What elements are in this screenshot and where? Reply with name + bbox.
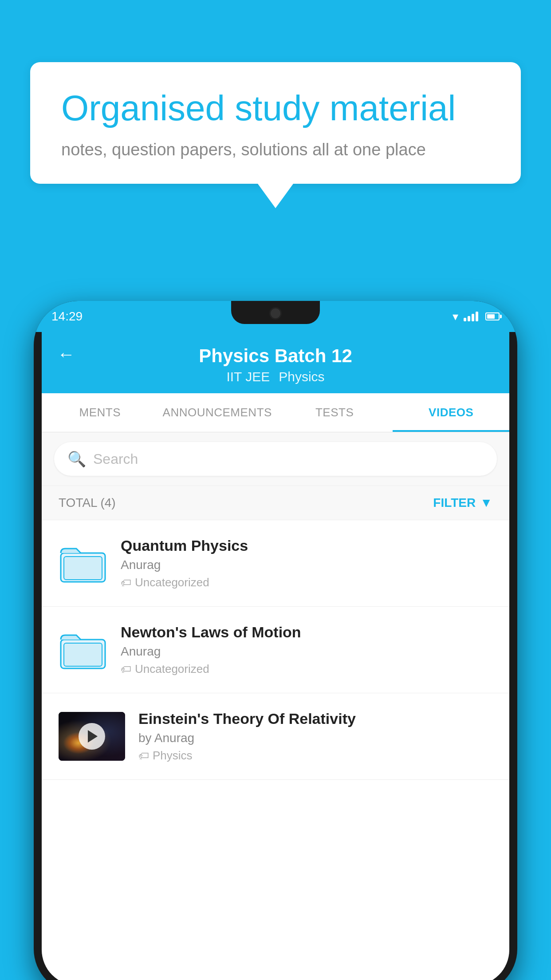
tag-icon: 🏷 [121, 663, 131, 676]
signal-bar-2 [468, 316, 470, 321]
folder-icon [59, 630, 107, 670]
status-time: 14:29 [51, 309, 83, 324]
folder-icon [59, 543, 107, 583]
tag-icon: 🏷 [138, 750, 149, 762]
svg-rect-3 [64, 643, 102, 666]
battery-icon [485, 312, 500, 320]
back-button[interactable]: ← [57, 344, 75, 364]
signal-bar-3 [472, 314, 474, 321]
header-title: Physics Batch 12 [199, 345, 352, 367]
search-input-wrapper[interactable]: 🔍 Search [54, 442, 497, 476]
header-tags: IIT JEE Physics [226, 369, 324, 384]
video-author: Anurag [121, 644, 492, 659]
speech-bubble: Organised study material notes, question… [30, 62, 521, 184]
video-list: Quantum Physics Anurag 🏷 Uncategorized N… [42, 520, 509, 780]
play-button[interactable] [79, 723, 105, 750]
phone-screen: ← Physics Batch 12 IIT JEE Physics MENTS… [42, 332, 509, 980]
signal-bar-4 [476, 312, 478, 321]
video-title: Quantum Physics [121, 537, 492, 554]
tab-videos[interactable]: VIDEOS [393, 393, 509, 432]
filter-button[interactable]: FILTER ▼ [433, 496, 492, 510]
header-tag-physics: Physics [279, 369, 324, 384]
phone-notch [231, 301, 320, 324]
tag-label: Uncategorized [135, 576, 209, 589]
video-author: by Anurag [138, 731, 492, 745]
filter-funnel-icon: ▼ [480, 496, 492, 510]
filter-label: FILTER [433, 496, 476, 510]
bubble-subtitle: notes, question papers, solutions all at… [61, 140, 490, 159]
list-item[interactable]: Einstein's Theory Of Relativity by Anura… [42, 693, 509, 780]
app-header: ← Physics Batch 12 IIT JEE Physics [42, 332, 509, 393]
bubble-arrow [258, 184, 293, 208]
wifi-icon: ▾ [453, 310, 458, 324]
video-info: Einstein's Theory Of Relativity by Anura… [138, 710, 492, 763]
video-author: Anurag [121, 558, 492, 572]
total-label: TOTAL (4) [59, 496, 116, 510]
search-container: 🔍 Search [42, 432, 509, 486]
tag-label: Uncategorized [135, 662, 209, 676]
tab-tests[interactable]: TESTS [276, 393, 393, 432]
signal-bars-icon [464, 312, 478, 321]
play-triangle-icon [88, 730, 98, 743]
search-icon: 🔍 [67, 450, 86, 468]
status-icons: ▾ [453, 310, 500, 324]
phone-frame: 14:29 ▾ ← Physics Batch 12 IIT JEE [34, 301, 517, 980]
speech-bubble-wrapper: Organised study material notes, question… [30, 62, 521, 208]
tab-ments[interactable]: MENTS [42, 393, 158, 432]
search-placeholder: Search [93, 451, 138, 467]
list-item[interactable]: Quantum Physics Anurag 🏷 Uncategorized [42, 520, 509, 607]
video-tag: 🏷 Uncategorized [121, 662, 492, 676]
video-tag: 🏷 Uncategorized [121, 576, 492, 589]
video-title: Newton's Laws of Motion [121, 624, 492, 641]
bubble-title: Organised study material [61, 89, 490, 128]
tag-label: Physics [153, 749, 193, 763]
video-tag: 🏷 Physics [138, 749, 492, 763]
video-title: Einstein's Theory Of Relativity [138, 710, 492, 727]
signal-bar-1 [464, 318, 466, 321]
header-tag-iitjee: IIT JEE [226, 369, 270, 384]
video-info: Quantum Physics Anurag 🏷 Uncategorized [121, 537, 492, 589]
phone-camera [269, 307, 282, 320]
video-thumbnail [59, 712, 125, 761]
tab-announcements[interactable]: ANNOUNCEMENTS [158, 393, 276, 432]
list-item[interactable]: Newton's Laws of Motion Anurag 🏷 Uncateg… [42, 607, 509, 693]
filter-bar: TOTAL (4) FILTER ▼ [42, 486, 509, 520]
video-info: Newton's Laws of Motion Anurag 🏷 Uncateg… [121, 624, 492, 676]
tabs-container: MENTS ANNOUNCEMENTS TESTS VIDEOS [42, 393, 509, 432]
battery-fill [487, 314, 495, 319]
tag-icon: 🏷 [121, 577, 131, 589]
svg-rect-1 [64, 557, 102, 580]
